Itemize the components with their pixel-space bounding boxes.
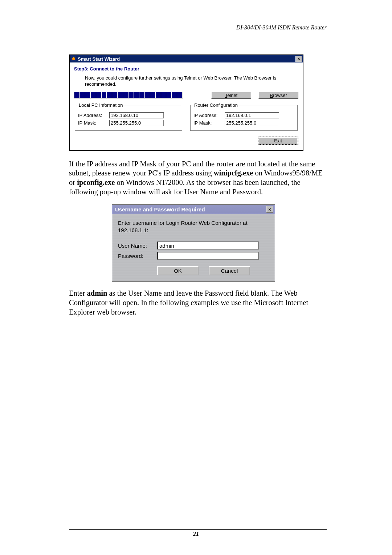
paragraph-2: Enter admin as the User Name and leave t…	[69, 289, 327, 317]
username-label: User Name:	[118, 243, 157, 249]
local-mask-field[interactable]: 255.255.255.0	[109, 120, 164, 126]
wizard-instruction: Now, you could configure further setting…	[85, 75, 298, 88]
exit-button[interactable]: Exit	[258, 137, 298, 145]
wizard-window: Smart Start Wizard × Step3: Connect to t…	[69, 54, 303, 151]
password-label: Password:	[118, 253, 157, 259]
page-number: 21	[0, 530, 392, 538]
close-icon[interactable]: ×	[266, 206, 273, 213]
router-config-group: Router Configuration IP Address: 192.168…	[190, 102, 298, 131]
wizard-step-title: Step3: Connect to the Router	[74, 66, 298, 72]
router-config-legend: Router Configuration	[193, 102, 238, 108]
login-instruction: Enter username for Login Router Web Conf…	[118, 219, 269, 234]
wizard-title: Smart Start Wizard	[78, 56, 120, 62]
local-ip-field[interactable]: 192.168.0.10	[109, 112, 164, 118]
paragraph-1: If the IP address and IP Mask of your PC…	[69, 159, 327, 197]
login-title: Username and Password Required	[115, 206, 205, 212]
wizard-app-icon	[71, 56, 76, 61]
router-ip-field[interactable]: 192.168.0.1	[225, 112, 279, 118]
local-mask-label: IP Mask:	[78, 120, 107, 126]
local-pc-group: Local PC Information IP Address: 192.168…	[75, 102, 182, 131]
login-titlebar: Username and Password Required ×	[112, 205, 275, 214]
password-field[interactable]	[157, 252, 259, 260]
local-ip-label: IP Address:	[78, 113, 107, 118]
page-header: DI-304/DI-304M ISDN Remote Router	[69, 24, 327, 32]
local-pc-legend: Local PC Information	[78, 102, 123, 108]
wizard-titlebar: Smart Start Wizard ×	[70, 55, 303, 62]
progress-bar	[74, 92, 183, 98]
login-dialog: Username and Password Required × Enter u…	[112, 204, 275, 281]
ok-button[interactable]: OK	[157, 266, 199, 275]
header-rule	[69, 39, 327, 39]
cancel-button[interactable]: Cancel	[209, 266, 250, 275]
telnet-button[interactable]: Telnet	[211, 92, 251, 99]
footer-rule	[69, 529, 327, 530]
username-field[interactable]: admin	[157, 242, 259, 250]
router-mask-label: IP Mask:	[193, 120, 222, 126]
close-icon[interactable]: ×	[295, 56, 302, 62]
browser-button[interactable]: Browser	[258, 92, 298, 99]
router-mask-field[interactable]: 255.255.255.0	[225, 120, 279, 126]
router-ip-label: IP Address:	[193, 113, 222, 118]
